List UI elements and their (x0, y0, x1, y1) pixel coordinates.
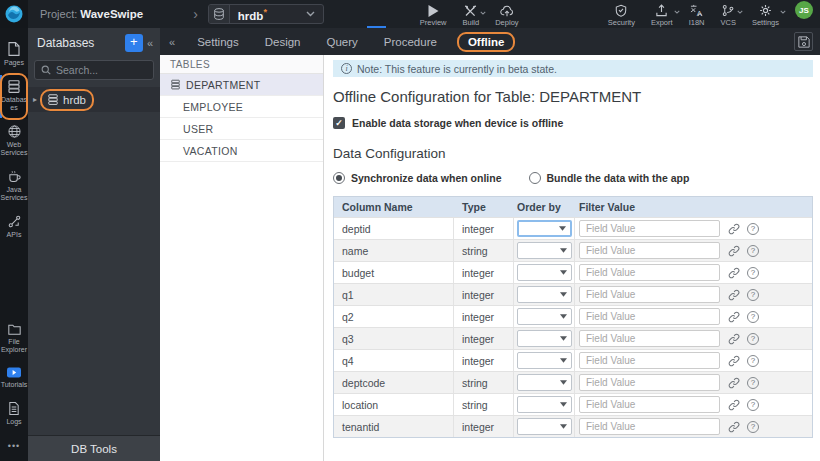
save-button[interactable] (794, 32, 813, 51)
filter-value-input[interactable] (579, 330, 720, 347)
settings-button[interactable]: Settings (752, 1, 779, 27)
export-button[interactable]: Export (651, 1, 673, 27)
tables-panel-title: TABLES (160, 55, 323, 74)
sidebar-item-file-explorer[interactable]: File Explorer (0, 318, 28, 361)
help-icon[interactable]: ? (747, 245, 759, 257)
order-by-select[interactable] (517, 352, 572, 369)
sidebar-item-java-services[interactable]: Java Services (0, 164, 28, 209)
filter-value-input[interactable] (579, 374, 720, 391)
help-icon[interactable]: ? (747, 311, 759, 323)
link-icon[interactable] (728, 267, 740, 279)
order-by-select[interactable] (517, 220, 572, 237)
tab-offline[interactable]: Offline (457, 32, 515, 52)
radio-unselected-icon[interactable] (529, 172, 541, 184)
column-type-cell: integer (454, 328, 514, 349)
tab-design[interactable]: Design (252, 36, 314, 48)
link-icon[interactable] (728, 223, 740, 235)
help-icon[interactable]: ? (747, 421, 759, 433)
deploy-button[interactable]: Deploy (495, 2, 518, 27)
collapse-tables-button[interactable]: « (160, 36, 184, 48)
grid-row: q4 integer ? (334, 349, 812, 371)
select-caret-icon (560, 380, 567, 385)
order-by-select[interactable] (517, 286, 572, 303)
radio-selected-icon[interactable] (333, 172, 345, 184)
more-options-button[interactable]: ••• (0, 433, 28, 461)
link-icon[interactable] (728, 377, 740, 389)
preview-button[interactable]: Preview (420, 2, 447, 27)
vcs-button[interactable]: VCS (720, 1, 735, 27)
database-icon (48, 94, 58, 105)
table-item-employee[interactable]: EMPLOYEE (160, 96, 323, 118)
sidebar-item-pages[interactable]: Pages (0, 36, 28, 74)
table-item-vacation[interactable]: VACATION (160, 140, 323, 162)
column-name-cell: location (334, 394, 454, 415)
filter-value-input[interactable] (579, 286, 720, 303)
grid-row: q1 integer ? (334, 283, 812, 305)
database-selector[interactable]: hrdb* (208, 4, 324, 24)
order-by-select[interactable] (517, 396, 572, 413)
order-by-select[interactable] (517, 308, 572, 325)
filter-value-input[interactable] (579, 396, 720, 413)
order-by-select[interactable] (517, 374, 572, 391)
activity-bar: Pages Databases Web Services Java Servic… (0, 28, 28, 461)
order-by-select[interactable] (517, 264, 572, 281)
order-by-select[interactable] (517, 418, 572, 435)
filter-value-input[interactable] (579, 242, 720, 259)
user-avatar[interactable]: JS (795, 1, 813, 19)
project-label: Project: (40, 8, 77, 20)
column-name-cell: deptcode (334, 372, 454, 393)
chevron-right-icon: › (193, 7, 198, 21)
radio-synchronize-online[interactable]: Synchronize data when online (333, 172, 502, 184)
expander-icon[interactable]: ▸ (33, 95, 44, 104)
link-icon[interactable] (728, 333, 740, 345)
link-icon[interactable] (728, 399, 740, 411)
sidebar-item-tutorials[interactable]: Tutorials (0, 361, 28, 396)
tab-procedure[interactable]: Procedure (371, 36, 450, 48)
order-by-select[interactable] (517, 330, 572, 347)
enable-offline-label: Enable data storage when device is offli… (352, 117, 563, 129)
filter-value-input[interactable] (579, 418, 720, 435)
column-type-cell: integer (454, 350, 514, 371)
help-icon[interactable]: ? (747, 377, 759, 389)
link-icon[interactable] (728, 355, 740, 367)
link-icon[interactable] (728, 421, 740, 433)
utility-actions: Security Export A I18N VCS (600, 1, 820, 27)
collapse-panel-button[interactable]: « (143, 37, 157, 49)
filter-value-input[interactable] (579, 220, 720, 237)
enable-offline-checkbox-row[interactable]: ✓ Enable data storage when device is off… (333, 117, 813, 129)
help-icon[interactable]: ? (747, 355, 759, 367)
help-icon[interactable]: ? (747, 399, 759, 411)
search-input[interactable] (56, 64, 147, 76)
chevron-down-icon (299, 11, 323, 17)
tab-query[interactable]: Query (314, 36, 371, 48)
i18n-button[interactable]: A I18N (689, 1, 705, 27)
sidebar-item-web-services[interactable]: Web Services (0, 119, 28, 164)
order-by-select[interactable] (517, 242, 572, 259)
table-item-user[interactable]: USER (160, 118, 323, 140)
sidebar-item-logs[interactable]: Logs (0, 396, 28, 433)
filter-value-input[interactable] (579, 264, 720, 281)
radio-bundle-with-app[interactable]: Bundle the data with the app (529, 172, 690, 184)
sidebar-item-apis[interactable]: APIs (0, 209, 28, 246)
help-icon[interactable]: ? (747, 289, 759, 301)
database-tree-item-hrdb[interactable]: ▸ hrdb (28, 87, 160, 112)
db-tools-button[interactable]: DB Tools (28, 435, 160, 461)
checkbox-checked-icon[interactable]: ✓ (333, 117, 345, 129)
table-item-department[interactable]: DEPARTMENT (160, 74, 323, 96)
link-icon[interactable] (728, 245, 740, 257)
sidebar-item-databases[interactable]: Databases (0, 74, 28, 119)
link-icon[interactable] (728, 311, 740, 323)
column-name-cell: q2 (334, 306, 454, 327)
filter-value-input[interactable] (579, 308, 720, 325)
tab-settings[interactable]: Settings (184, 36, 252, 48)
help-icon[interactable]: ? (747, 333, 759, 345)
link-icon[interactable] (728, 289, 740, 301)
help-icon[interactable]: ? (747, 267, 759, 279)
database-search[interactable] (34, 60, 154, 80)
add-database-button[interactable]: + (125, 34, 143, 52)
app-logo[interactable] (0, 0, 28, 28)
help-icon[interactable]: ? (747, 223, 759, 235)
security-button[interactable]: Security (608, 1, 635, 27)
filter-value-input[interactable] (579, 352, 720, 369)
build-button[interactable]: Build (463, 2, 480, 27)
